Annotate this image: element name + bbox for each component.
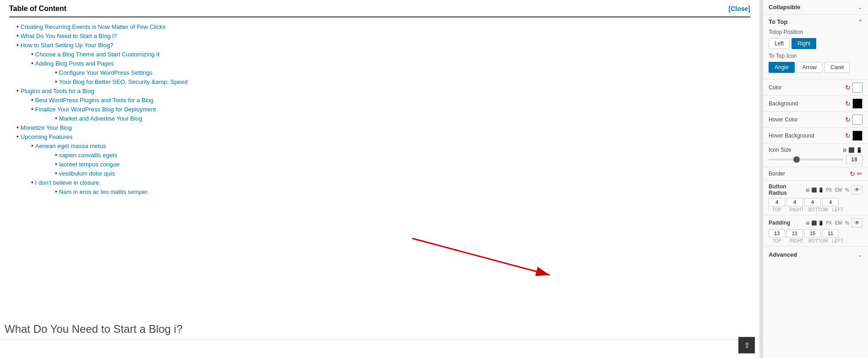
icon-angle-button[interactable]: Angle [769,62,795,73]
list-item: Choose a Blog Theme and Start Customizin… [31,50,750,58]
to-top-icon-label: To Top Icon [769,53,863,59]
toc-sublist-3c: Market and Advertise Your Blog [31,115,750,122]
color-reset-button[interactable]: ↻ [845,84,851,91]
border-edit-button[interactable]: ✏ [857,170,863,177]
toc-sublist-3d: sapien convallis egets laoreet tempus co… [31,151,750,177]
toc-link[interactable]: vestibulum dolor quis [59,170,115,177]
toc-link[interactable]: Finalize Your WordPress Blog for Deploym… [35,106,156,113]
position-btn-group: Left Right [769,38,863,49]
toc-sublist: Best WordPress Plugins and Tools for a B… [16,96,750,122]
radius-device-icons: 🖥 ⬛ 📱 [805,187,824,193]
to-top-icon-section: To Top Icon Angle Arrow Caret [769,53,863,73]
background-swatch[interactable] [852,99,863,109]
scroll-top-button[interactable]: ⇧ [738,337,755,353]
toc-sublist: Aenean eget massa metus sapien convallis… [16,142,750,195]
toc-link[interactable]: laoreet tempus congue [59,161,120,168]
radius-left-input[interactable] [822,198,839,206]
close-link[interactable]: [Close] [729,5,750,12]
toc-link[interactable]: Your Blog for Better SEO, Security &amp;… [59,78,188,85]
toc-link[interactable]: Adding Blog Posts and Pages [35,60,114,67]
toc-link[interactable]: Nam in eros ac leo mattis semper. [59,188,149,195]
padding-eye-button[interactable]: 👁 [852,218,863,227]
advanced-row[interactable]: Advanced ⌄ [763,247,868,263]
list-item: Aenean eget massa metus sapien convallis… [31,142,750,177]
toc-link[interactable]: Aenean eget massa metus [35,143,106,149]
to-top-label: To Top [769,18,787,25]
position-left-button[interactable]: Left [769,38,790,49]
toc-link[interactable]: How to Start Setting Up Your Blog? [21,42,113,49]
icon-size-slider[interactable] [769,159,843,160]
padding-right-input[interactable] [786,229,803,237]
radius-corner-labels: TOP RIGHT BOTTOM LEFT [769,207,863,212]
padding-desktop-icon[interactable]: 🖥 [805,220,810,226]
icon-size-input[interactable]: 18 [846,155,863,164]
padding-unit-px: PX [826,220,832,226]
radius-eye-button[interactable]: 👁 [852,185,863,194]
radius-left-label: LEFT [830,207,846,212]
toc-link[interactable]: Market and Advertise Your Blog [59,115,142,122]
toc-link[interactable]: Creating Recurring Events is Now Matter … [21,23,165,30]
hover-color-swatch[interactable] [852,115,863,125]
padding-left-label: LEFT [830,238,846,243]
border-reset-button[interactable]: ↻ [850,170,855,177]
toc-link[interactable]: Monetize Your Blog [21,124,72,131]
button-radius-header: Button Radius 🖥 ⬛ 📱 PX EM % 👁 [769,183,863,196]
radius-inputs-row [769,198,863,206]
padding-mobile-icon[interactable]: 📱 [818,220,824,226]
svg-line-1 [412,238,550,275]
padding-top-input[interactable] [769,229,785,237]
icon-arrow-button[interactable]: Arrow [797,62,823,73]
padding-unit-em: EM [835,220,842,226]
list-item: Creating Recurring Events is Now Matter … [9,23,750,30]
tablet-icon[interactable]: ⬛ [848,147,855,153]
toc-link[interactable]: Choose a Blog Theme and Start Customizin… [35,51,159,58]
hover-color-reset-button[interactable]: ↻ [845,116,851,123]
hover-background-controls: ↻ [845,131,863,141]
list-item: Finalize Your WordPress Blog for Deploym… [31,105,750,122]
list-item: Monetize Your Blog [9,124,750,131]
border-label: Border [769,171,785,177]
radius-desktop-icon[interactable]: 🖥 [805,187,810,193]
radius-top-input[interactable] [769,198,785,206]
padding-left-input[interactable] [822,229,839,237]
background-controls: ↻ [845,99,863,109]
radius-mobile-icon[interactable]: 📱 [818,187,824,193]
toc-list: Creating Recurring Events is Now Matter … [9,23,750,195]
toc-link[interactable]: sapien convallis egets [59,152,117,159]
position-right-button[interactable]: Right [792,38,816,49]
bottom-heading: What Do You Need to Start a Blog i? [0,323,759,340]
to-top-title-row[interactable]: To Top ⌃ [769,18,863,25]
hover-background-reset-button[interactable]: ↻ [845,132,851,139]
icon-caret-button[interactable]: Caret [824,62,850,73]
list-item: Your Blog for Better SEO, Security &amp;… [55,78,750,85]
radius-bottom-input[interactable] [804,198,821,206]
toc-link[interactable]: Plugins and Tools for a Blog [21,88,94,94]
collapsible-row[interactable]: Collapsible ⌄ [763,0,868,15]
radius-unit-em: EM [835,187,842,193]
padding-corner-labels: TOP RIGHT BOTTOM LEFT [769,238,863,243]
hover-background-row: Hover Background ↻ [763,128,868,144]
icon-size-slider-container: 18 [769,155,863,164]
toc-link[interactable]: I don’t believe in closure. [35,179,101,186]
color-swatch[interactable] [852,83,863,93]
desktop-icon[interactable]: 🖥 [842,147,847,153]
hover-background-swatch[interactable] [852,131,863,141]
color-controls: ↻ [845,83,863,93]
padding-device-icons: 🖥 ⬛ 📱 [805,220,824,226]
toc-link[interactable]: Best WordPress Plugins and Tools for a B… [35,97,153,104]
toc-link[interactable]: Upcoming Features [21,133,72,140]
content-area: Table of Content [Close] Creating Recurr… [0,0,760,358]
padding-tablet-icon[interactable]: ⬛ [811,220,817,226]
radius-bottom-label: BOTTOM [808,207,828,212]
padding-bottom-input[interactable] [804,229,821,237]
toc-link[interactable]: What Do You Need to Start a Blog i? [21,33,117,39]
collapsible-label: Collapsible [769,4,800,11]
color-label: Color [769,84,782,91]
toc-link[interactable]: Configure Your WordPress Settings [59,69,153,76]
background-reset-button[interactable]: ↻ [845,100,851,107]
radius-tablet-icon[interactable]: ⬛ [811,187,817,193]
to-top-section: To Top ⌃ Totop Position Left Right To To… [763,15,868,80]
icon-size-row: Icon Size 🖥 ⬛ 📱 18 [763,144,868,167]
mobile-icon[interactable]: 📱 [856,147,863,153]
radius-right-input[interactable] [786,198,803,206]
